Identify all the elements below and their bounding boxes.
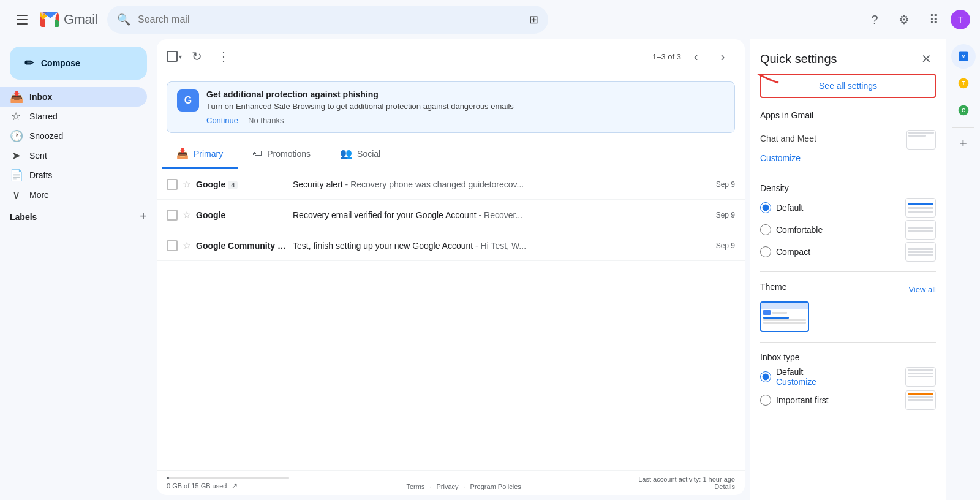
- more-options-button[interactable]: ⋮: [211, 44, 236, 69]
- select-all-wrapper[interactable]: ▾: [167, 51, 182, 62]
- program-policies-link[interactable]: Program Policies: [470, 483, 521, 490]
- density-default-label: Default: [776, 203, 803, 213]
- meet-icon: M: [957, 50, 970, 63]
- right-icon-meet[interactable]: M: [951, 44, 976, 69]
- compose-label: Compose: [41, 58, 80, 68]
- search-input[interactable]: [138, 14, 522, 25]
- sidebar-item-sent[interactable]: ➤ Sent: [0, 146, 147, 165]
- inbox-customize-link[interactable]: Customize: [776, 377, 816, 387]
- table-row[interactable]: ☆ Google Recovery email verified for you…: [157, 200, 745, 230]
- right-bar-divider: [952, 127, 974, 128]
- sidebar: ✏ Compose 📥 Inbox ☆ Starred 🕐 Snoozed ➤ …: [0, 39, 157, 500]
- labels-add-button[interactable]: +: [140, 210, 147, 224]
- banner-continue[interactable]: Continue: [206, 116, 238, 125]
- qs-close-button[interactable]: ✕: [916, 49, 936, 69]
- view-all-link[interactable]: View all: [908, 285, 936, 294]
- tab-social[interactable]: 👥 Social: [325, 140, 395, 169]
- sidebar-item-drafts[interactable]: 📄 Drafts: [0, 165, 147, 185]
- sidebar-item-inbox[interactable]: 📥 Inbox: [0, 87, 147, 107]
- select-dropdown-arrow[interactable]: ▾: [179, 53, 182, 60]
- select-all-checkbox[interactable]: [167, 51, 178, 62]
- density-default-preview: [905, 198, 936, 218]
- filter-icon[interactable]: ⊞: [529, 13, 538, 26]
- activity-label: Last account activity: 1 hour ago: [638, 475, 735, 483]
- theme-header: Theme View all: [760, 282, 936, 297]
- email-checkbox-3[interactable]: [167, 240, 178, 251]
- email-tabs: 📥 Primary 🏷 Promotions 👥 Social: [157, 140, 745, 169]
- help-button[interactable]: ?: [862, 7, 887, 32]
- density-title: Density: [760, 183, 936, 193]
- see-all-settings-button[interactable]: See all settings: [760, 74, 936, 98]
- banner-description: Turn on Enhanced Safe Browsing to get ad…: [206, 102, 725, 111]
- divider-1: [760, 173, 936, 173]
- footer-activity: Last account activity: 1 hour ago Detail…: [638, 475, 735, 490]
- email-badge-1: 4: [228, 181, 238, 189]
- email-checkbox-2[interactable]: [167, 210, 178, 221]
- tab-promotions[interactable]: 🏷 Promotions: [238, 140, 325, 169]
- compose-icon: ✏: [24, 56, 34, 70]
- email-star-1[interactable]: ☆: [183, 178, 191, 190]
- density-default-option[interactable]: Default: [760, 198, 936, 218]
- inbox-important-option[interactable]: Important first: [760, 390, 936, 410]
- refresh-button[interactable]: ↻: [184, 44, 209, 69]
- labels-section: Labels +: [0, 205, 157, 229]
- add-apps-button[interactable]: +: [959, 135, 967, 151]
- promotion-banner: G Get additional protection against phis…: [167, 81, 735, 133]
- density-compact-radio[interactable]: [760, 246, 771, 257]
- divider-2: [760, 271, 936, 272]
- hamburger-menu[interactable]: [10, 7, 34, 32]
- terms-link[interactable]: Terms: [406, 483, 424, 490]
- toolbar-right: 1–3 of 3 ‹ ›: [652, 44, 735, 69]
- density-comfortable-radio[interactable]: [760, 224, 771, 235]
- table-row[interactable]: ☆ Google Community Te. Test, finish sett…: [157, 230, 745, 261]
- email-star-3[interactable]: ☆: [183, 240, 191, 251]
- banner-title: Get additional protection against phishi…: [206, 89, 725, 99]
- details-link[interactable]: Details: [714, 483, 735, 490]
- right-icon-tasks[interactable]: T: [951, 71, 976, 96]
- star-icon: ☆: [10, 110, 22, 123]
- see-all-container: See all settings: [760, 74, 936, 108]
- email-subject-2: Recovery email verified for your Google …: [293, 210, 711, 220]
- banner-no-thanks[interactable]: No thanks: [248, 116, 284, 125]
- table-row[interactable]: ☆ Google4 Security alert - Recovery phon…: [157, 169, 745, 200]
- prev-page-button[interactable]: ‹: [684, 44, 708, 69]
- compose-button[interactable]: ✏ Compose: [10, 47, 147, 80]
- promotions-tab-icon: 🏷: [252, 148, 262, 159]
- inbox-default-option[interactable]: Default Customize: [760, 367, 936, 387]
- sidebar-item-snoozed[interactable]: 🕐 Snoozed: [0, 126, 147, 146]
- storage-section: 0 GB of 15 GB used ↗: [167, 477, 289, 490]
- primary-tab-label: Primary: [194, 149, 223, 159]
- main-layout: ✏ Compose 📥 Inbox ☆ Starred 🕐 Snoozed ➤ …: [0, 39, 980, 500]
- topbar-right: ? ⚙ ⠿ T: [862, 7, 970, 32]
- privacy-link[interactable]: Privacy: [436, 483, 458, 490]
- settings-button[interactable]: ⚙: [892, 7, 916, 32]
- inbox-default-radio[interactable]: [760, 371, 771, 382]
- email-star-2[interactable]: ☆: [183, 209, 191, 221]
- email-checkbox-1[interactable]: [167, 179, 178, 190]
- density-compact-preview: [905, 242, 936, 262]
- inbox-important-radio[interactable]: [760, 395, 771, 406]
- draft-icon: 📄: [10, 169, 22, 182]
- next-page-button[interactable]: ›: [710, 44, 735, 69]
- inbox-important-label: Important first: [776, 395, 829, 405]
- sidebar-item-more[interactable]: ∨ More: [0, 185, 147, 205]
- density-default-radio[interactable]: [760, 202, 771, 213]
- density-compact-option[interactable]: Compact: [760, 242, 936, 262]
- send-icon: ➤: [10, 149, 22, 162]
- search-bar[interactable]: 🔍 ⊞: [107, 6, 548, 34]
- right-icon-contacts[interactable]: C: [951, 98, 976, 123]
- quick-settings-panel: Quick settings ✕ See all settings: [750, 39, 946, 500]
- customize-link[interactable]: Customize: [760, 153, 936, 163]
- search-icon: 🔍: [117, 13, 130, 26]
- qs-body: See all settings Apps in Gmail Chat and …: [750, 74, 946, 500]
- banner-content: Get additional protection against phishi…: [206, 89, 725, 125]
- email-sender-3: Google Community Te.: [196, 241, 288, 251]
- inbox-label: Inbox: [29, 92, 140, 102]
- avatar[interactable]: T: [951, 10, 970, 29]
- apps-button[interactable]: ⠿: [921, 7, 946, 32]
- theme-preview[interactable]: [760, 301, 809, 332]
- sidebar-item-starred[interactable]: ☆ Starred: [0, 107, 147, 126]
- tab-primary[interactable]: 📥 Primary: [162, 140, 238, 169]
- inbox-icon: 📥: [10, 90, 22, 104]
- density-comfortable-option[interactable]: Comfortable: [760, 220, 936, 240]
